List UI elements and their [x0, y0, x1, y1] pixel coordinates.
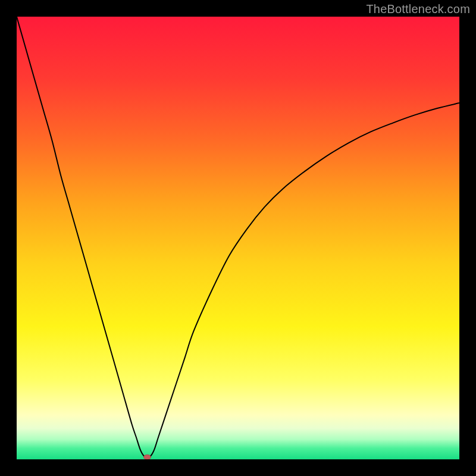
- watermark-text: TheBottleneck.com: [366, 2, 470, 16]
- chart-frame: TheBottleneck.com: [0, 0, 476, 476]
- chart-svg: [17, 17, 459, 459]
- plot-area: [17, 17, 459, 459]
- chart-background: [17, 17, 459, 459]
- min-point-marker: [143, 455, 151, 459]
